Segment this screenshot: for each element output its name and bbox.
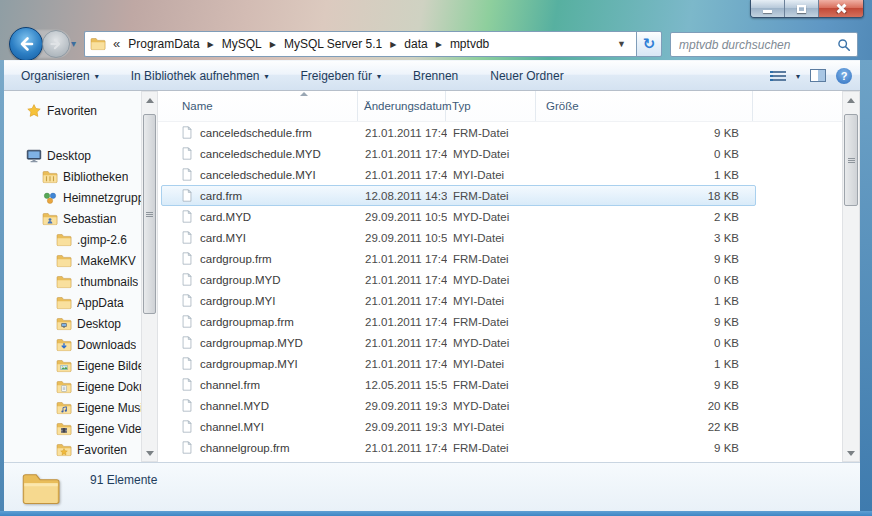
toolbar-button[interactable]: Organisieren ▾ — [12, 65, 108, 87]
column-header-size[interactable]: Größe — [536, 91, 753, 121]
breadcrumb-segment[interactable]: MySQL Server 5.1 ▶ — [280, 35, 400, 53]
forward-button[interactable] — [42, 30, 70, 58]
sidebar-item-heimnetzgruppe[interactable]: Heimnetzgruppe — [4, 187, 142, 208]
list-scrollbar[interactable] — [842, 91, 860, 462]
address-dropdown-icon[interactable]: ▼ — [611, 39, 632, 49]
sidebar-item-bibliotheken[interactable]: Bibliotheken — [4, 166, 142, 187]
file-row[interactable]: canceledschedule.frm 21.01.2011 17:41 FR… — [161, 122, 756, 143]
file-name-cell: canceledschedule.MYD — [162, 146, 359, 161]
toolbar-button[interactable]: Neuer Ordner — [481, 65, 572, 87]
breadcrumb-separator-icon[interactable]: ▶ — [204, 40, 218, 49]
file-row[interactable]: cardgroupmap.MYI 21.01.2011 17:41 MYI-Da… — [161, 353, 756, 374]
file-icon — [180, 125, 194, 140]
column-header-date[interactable]: Änderungsdatum — [358, 91, 446, 121]
file-icon — [180, 377, 194, 392]
sidebar-item-eigene-bilder[interactable]: Eigene Bilder — [4, 355, 142, 376]
breadcrumb-segment[interactable]: MySQL ▶ — [218, 35, 280, 53]
address-bar[interactable]: « ProgramData ▶ MySQL ▶ MySQL Server 5.1… — [84, 31, 636, 57]
file-date-cell: 21.01.2011 17:41 — [359, 253, 447, 265]
file-row[interactable]: canceledschedule.MYI 21.01.2011 17:41 MY… — [161, 164, 756, 185]
preview-pane-button[interactable] — [810, 69, 826, 82]
sidebar-item-appdata[interactable]: AppData — [4, 292, 142, 313]
refresh-button[interactable]: ↻ — [636, 31, 662, 57]
sidebar-item--makemkv[interactable]: .MakeMKV — [4, 250, 142, 271]
sidebar-item-desktop[interactable]: Desktop — [4, 313, 142, 334]
sidebar-item-eigene-dokumente[interactable]: Eigene Dokumente — [4, 376, 142, 397]
column-header-type[interactable]: Typ — [446, 91, 536, 121]
sidebar-item-eigene-videos[interactable]: Eigene Videos — [4, 418, 142, 439]
breadcrumb-segment[interactable]: data ▶ — [400, 35, 446, 53]
star-icon — [26, 103, 42, 119]
file-name-cell: canceledschedule.frm — [162, 125, 359, 140]
search-box — [670, 32, 858, 57]
file-row[interactable]: channel.MYI 29.09.2011 19:32 MYI-Datei 2… — [161, 416, 756, 437]
sidebar-scrollbar-thumb[interactable] — [143, 114, 156, 314]
sidebar-item-sebastian[interactable]: Sebastian — [4, 208, 142, 229]
sidebar-item-favoriten[interactable]: Favoriten — [4, 100, 142, 121]
breadcrumb: ProgramData ▶ MySQL ▶ MySQL Server 5.1 ▶… — [124, 35, 493, 53]
file-name-cell: cardgroup.frm — [162, 251, 359, 266]
file-row[interactable]: channel.MYD 29.09.2011 19:32 MYD-Datei 2… — [161, 395, 756, 416]
change-view-dropdown-icon[interactable]: ▾ — [796, 72, 800, 81]
file-row[interactable]: cardgroup.frm 21.01.2011 17:41 FRM-Datei… — [161, 248, 756, 269]
scroll-down-icon[interactable] — [843, 445, 859, 461]
list-scrollbar-thumb[interactable] — [844, 114, 858, 206]
maximize-icon — [797, 5, 806, 13]
minimize-button[interactable] — [751, 0, 785, 17]
file-icon — [180, 251, 194, 266]
sidebar-item-eigene-musik[interactable]: Eigene Musik — [4, 397, 142, 418]
folder-downloads-icon — [56, 337, 72, 353]
file-row[interactable]: cardgroupmap.MYD 21.01.2011 17:41 MYD-Da… — [161, 332, 756, 353]
file-row[interactable]: card.frm 12.08.2011 14:32 FRM-Datei 18 K… — [161, 185, 756, 206]
file-row[interactable]: channel.frm 12.05.2011 15:56 FRM-Datei 9… — [161, 374, 756, 395]
file-row[interactable]: cardgroupmap.frm 21.01.2011 17:41 FRM-Da… — [161, 311, 756, 332]
breadcrumb-separator-icon[interactable]: ▶ — [386, 40, 400, 49]
chevron-down-icon: ▾ — [264, 72, 268, 81]
file-date-cell: 21.01.2011 17:41 — [359, 148, 447, 160]
close-button[interactable] — [819, 0, 863, 17]
file-type-cell: MYD-Datei — [447, 148, 537, 160]
file-row[interactable]: card.MYD 29.09.2011 10:50 MYD-Datei 2 KB — [161, 206, 756, 227]
file-row[interactable]: cardgroup.MYI 21.01.2011 17:41 MYI-Datei… — [161, 290, 756, 311]
recent-pages-dropdown[interactable]: ▾ — [71, 38, 76, 49]
scroll-down-icon[interactable] — [142, 445, 157, 461]
file-type-cell: FRM-Datei — [447, 253, 537, 265]
file-size-cell: 1 KB — [537, 358, 747, 370]
sidebar-item-downloads[interactable]: Downloads — [4, 334, 142, 355]
breadcrumb-separator-icon[interactable]: ▶ — [432, 40, 446, 49]
breadcrumb-segment[interactable]: ProgramData ▶ — [124, 35, 218, 53]
file-row[interactable]: channelgroup.frm 21.01.2011 17:41 FRM-Da… — [161, 437, 756, 458]
file-row[interactable]: cardgroup.MYD 21.01.2011 17:41 MYD-Datei… — [161, 269, 756, 290]
file-icon — [180, 419, 194, 434]
help-button[interactable]: ? — [836, 68, 852, 84]
breadcrumb-overflow-chevron[interactable]: « — [113, 36, 120, 51]
maximize-button[interactable] — [785, 0, 819, 17]
sidebar-item--thumbnails[interactable]: .thumbnails — [4, 271, 142, 292]
sidebar-item-desktop[interactable]: Desktop — [4, 145, 142, 166]
file-date-cell: 29.09.2011 10:50 — [359, 211, 447, 223]
file-icon — [180, 230, 194, 245]
scroll-up-icon[interactable] — [142, 92, 157, 108]
scroll-up-icon[interactable] — [843, 92, 859, 108]
file-size-cell: 1 KB — [537, 169, 747, 181]
search-input[interactable] — [677, 37, 837, 53]
file-row[interactable]: canceledschedule.MYD 21.01.2011 17:41 MY… — [161, 143, 756, 164]
back-button[interactable] — [9, 27, 43, 61]
file-type-cell: FRM-Datei — [447, 379, 537, 391]
column-header-name[interactable]: Name — [158, 91, 358, 121]
chevron-down-icon: ▾ — [95, 72, 99, 81]
change-view-button[interactable] — [770, 71, 786, 81]
file-row[interactable]: card.MYI 29.09.2011 10:50 MYI-Datei 3 KB — [161, 227, 756, 248]
file-type-cell: FRM-Datei — [447, 190, 537, 202]
toolbar-items: Organisieren ▾ In Bibliothek aufnehmen ▾… — [12, 65, 587, 87]
sidebar-item--gimp-2-6[interactable]: .gimp-2.6 — [4, 229, 142, 250]
sidebar-scrollbar[interactable] — [141, 91, 158, 462]
breadcrumb-separator-icon[interactable]: ▶ — [266, 40, 280, 49]
toolbar-button[interactable]: Freigeben für ▾ — [292, 65, 390, 87]
file-type-cell: MYD-Datei — [447, 211, 537, 223]
breadcrumb-segment[interactable]: mptvdb — [446, 35, 493, 53]
toolbar-button[interactable]: In Bibliothek aufnehmen ▾ — [122, 65, 278, 87]
sidebar-item-favoriten[interactable]: Favoriten — [4, 439, 142, 460]
toolbar-button[interactable]: Brennen — [404, 65, 467, 87]
file-date-cell: 29.09.2011 10:50 — [359, 232, 447, 244]
